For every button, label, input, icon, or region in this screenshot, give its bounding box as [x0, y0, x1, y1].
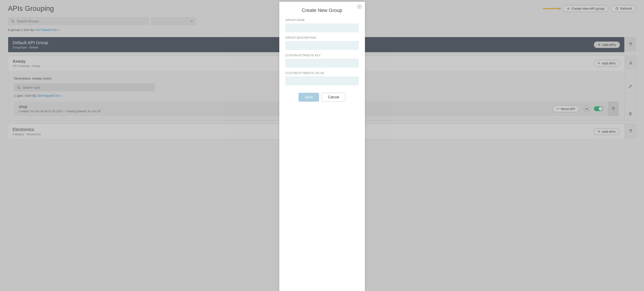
close-icon	[359, 6, 360, 8]
custom-attr-value-input[interactable]	[286, 77, 359, 85]
cancel-button[interactable]: Cancel	[322, 93, 346, 102]
group-name-input[interactable]	[286, 24, 359, 32]
custom-attr-key-input[interactable]	[286, 59, 359, 68]
group-description-label: GROUP DESCRIPTION	[286, 36, 359, 39]
custom-attr-value-label: CUSTOM ATTRIBUTE VALUE	[286, 72, 359, 75]
create-group-modal: Create New Group GROUP NAME GROUP DESCRI…	[279, 2, 365, 147]
close-modal-button[interactable]	[358, 5, 362, 9]
group-name-label: GROUP NAME	[286, 19, 359, 22]
group-description-input[interactable]	[286, 41, 359, 50]
custom-attr-key-label: CUSTOM ATTRIBUTE KEY	[286, 54, 359, 57]
modal-title: Create New Group	[286, 8, 359, 13]
save-button[interactable]: Save	[298, 93, 319, 102]
